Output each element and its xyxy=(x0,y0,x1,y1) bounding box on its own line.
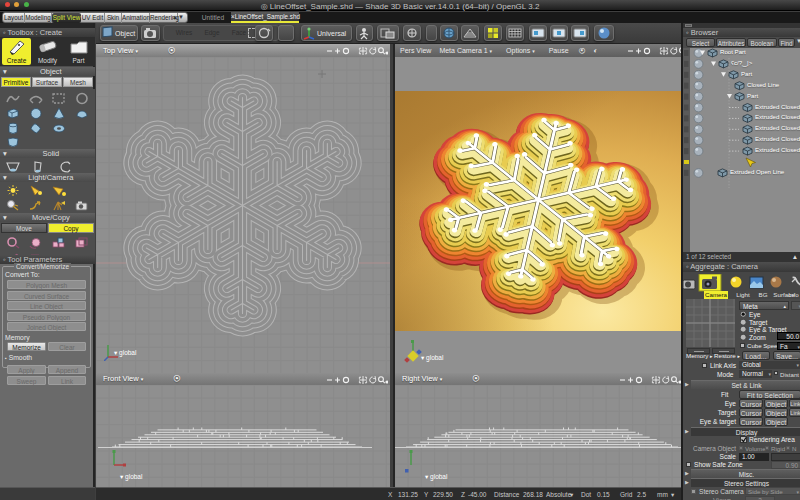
svg-text:Universal: Universal xyxy=(317,30,347,37)
svg-text:Object: Object xyxy=(115,30,135,38)
